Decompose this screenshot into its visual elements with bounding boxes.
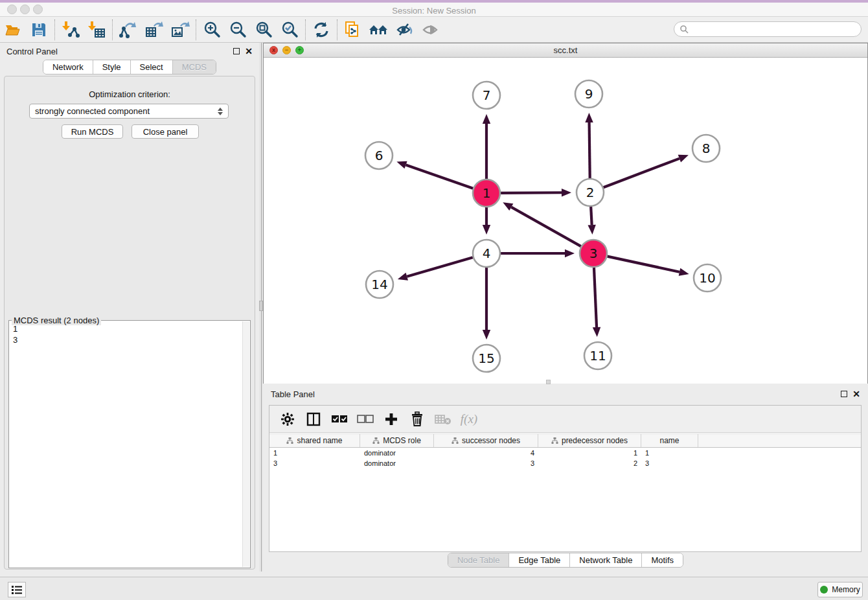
hide-labels-icon[interactable] xyxy=(392,18,418,41)
tab-network-table[interactable]: Network Table xyxy=(570,553,642,567)
export-table-icon[interactable] xyxy=(141,18,167,41)
table-cell[interactable]: 3 xyxy=(434,459,538,467)
table-cell[interactable]: 1 xyxy=(641,449,698,457)
graph-edge-1-2[interactable] xyxy=(501,192,562,193)
table-row[interactable]: 1dominator411 xyxy=(269,448,861,458)
control-panel-title: Control Panel xyxy=(6,47,58,56)
tab-mcds[interactable]: MCDS xyxy=(173,60,216,74)
zoom-out-icon[interactable] xyxy=(225,18,251,41)
export-image-icon[interactable] xyxy=(167,18,193,41)
save-session-icon[interactable] xyxy=(26,18,52,41)
column-header-successor-nodes[interactable]: successor nodes xyxy=(434,434,538,447)
graph-edge-3-1[interactable] xyxy=(511,207,581,247)
network-view-window: x − + scc.txt 7968124314101511 xyxy=(263,43,868,384)
deselect-all-columns-icon[interactable] xyxy=(354,408,377,430)
gear-icon[interactable] xyxy=(276,408,299,430)
edge-arrowhead-icon xyxy=(565,249,575,257)
tab-select[interactable]: Select xyxy=(131,60,173,74)
tab-motifs[interactable]: Motifs xyxy=(642,553,683,567)
network-window-titlebar[interactable]: x − + scc.txt xyxy=(264,43,867,58)
float-panel-icon[interactable] xyxy=(841,391,847,397)
import-network-icon[interactable] xyxy=(58,18,84,41)
mcds-result-scrollbar[interactable] xyxy=(242,321,249,567)
open-session-icon[interactable] xyxy=(0,18,26,41)
toolbar-separator xyxy=(196,19,196,40)
edge-arrowhead-icon xyxy=(483,114,490,124)
search-input[interactable] xyxy=(689,25,861,34)
close-panel-icon[interactable]: ✕ xyxy=(245,48,253,54)
table-row[interactable]: 3dominator323 xyxy=(269,458,861,468)
function-builder-icon: f(x) xyxy=(457,408,481,430)
status-bar: Memory xyxy=(0,577,868,600)
column-header-MCDS-role[interactable]: MCDS role xyxy=(360,434,434,447)
import-table-icon[interactable] xyxy=(84,18,109,41)
mcds-result-text[interactable]: 1 3 xyxy=(10,323,242,566)
graph-edge-2-3[interactable] xyxy=(591,207,591,225)
tab-network[interactable]: Network xyxy=(43,60,93,74)
network-resize-grip[interactable] xyxy=(546,380,551,384)
table-cell[interactable]: 3 xyxy=(641,459,698,467)
hierarchy-icon xyxy=(451,437,459,444)
node-table[interactable]: shared nameMCDS rolesuccessor nodesprede… xyxy=(269,433,861,468)
toolbar-separator xyxy=(337,19,337,40)
graph-edge-4-14[interactable] xyxy=(407,257,473,277)
tab-node-table[interactable]: Node Table xyxy=(448,553,510,567)
task-history-button[interactable] xyxy=(8,582,26,597)
copy-network-icon[interactable] xyxy=(340,18,366,41)
table-header[interactable]: shared nameMCDS rolesuccessor nodesprede… xyxy=(269,433,861,448)
column-header-predecessor-nodes[interactable]: predecessor nodes xyxy=(538,434,641,447)
table-cell[interactable]: 2 xyxy=(538,459,641,467)
refresh-icon[interactable] xyxy=(308,18,334,41)
criterion-select[interactable]: strongly connected component xyxy=(29,104,229,119)
graph-node-label: 9 xyxy=(585,86,593,102)
hierarchy-icon xyxy=(372,437,380,444)
zoom-fit-icon[interactable] xyxy=(251,18,277,41)
graph-edge-3-11[interactable] xyxy=(594,268,597,327)
edge-arrowhead-icon xyxy=(483,225,490,235)
graph-edge-1-6[interactable] xyxy=(406,165,474,189)
home-icon[interactable] xyxy=(366,18,392,41)
table-cell[interactable]: 1 xyxy=(538,449,641,457)
close-panel-icon[interactable]: ✕ xyxy=(852,391,860,397)
graph-edge-3-10[interactable] xyxy=(608,257,680,272)
edge-arrowhead-icon xyxy=(593,327,600,337)
select-stepper-icon xyxy=(218,108,223,115)
main-toolbar xyxy=(0,17,868,43)
select-all-columns-icon[interactable] xyxy=(328,408,351,430)
search-icon xyxy=(680,25,689,34)
delete-column-icon[interactable] xyxy=(405,408,429,430)
table-cell[interactable]: 1 xyxy=(269,449,360,457)
window-title: Session: New Session xyxy=(0,6,868,16)
float-panel-icon[interactable] xyxy=(233,48,240,54)
tab-style[interactable]: Style xyxy=(93,60,131,74)
close-panel-button[interactable]: Close panel xyxy=(131,124,199,139)
memory-button[interactable]: Memory xyxy=(817,582,863,597)
zoom-selected-icon[interactable] xyxy=(277,18,303,41)
column-header-shared-name[interactable]: shared name xyxy=(269,434,360,447)
network-canvas[interactable]: 7968124314101511 xyxy=(264,58,867,384)
graph-node-label: 2 xyxy=(586,185,595,200)
table-cell[interactable]: 4 xyxy=(434,449,538,457)
memory-label: Memory xyxy=(832,585,860,594)
table-cell[interactable]: dominator xyxy=(360,449,434,457)
graph-node-label: 3 xyxy=(589,246,598,261)
column-header-name[interactable]: name xyxy=(641,434,698,447)
show-graphics-icon[interactable] xyxy=(418,18,444,41)
edge-arrowhead-icon xyxy=(562,189,571,196)
columns-icon[interactable] xyxy=(302,408,325,430)
toolbar-separator xyxy=(54,19,55,40)
table-cell[interactable]: 3 xyxy=(269,459,360,467)
control-panel-titlebar: Control Panel ✕ xyxy=(0,43,259,60)
delete-table-icon xyxy=(431,408,455,430)
export-network-icon[interactable] xyxy=(115,18,141,41)
memory-status-icon xyxy=(820,586,828,594)
network-graph[interactable]: 7968124314101511 xyxy=(264,58,867,384)
add-column-icon[interactable] xyxy=(380,408,403,430)
run-mcds-button[interactable]: Run MCDS xyxy=(62,124,123,139)
graph-edge-2-8[interactable] xyxy=(604,159,680,188)
zoom-in-icon[interactable] xyxy=(199,18,225,41)
tab-edge-table[interactable]: Edge Table xyxy=(509,553,570,567)
table-cell[interactable]: dominator xyxy=(360,459,434,467)
search-box[interactable] xyxy=(674,21,862,37)
graph-edge-2-9[interactable] xyxy=(589,122,590,178)
